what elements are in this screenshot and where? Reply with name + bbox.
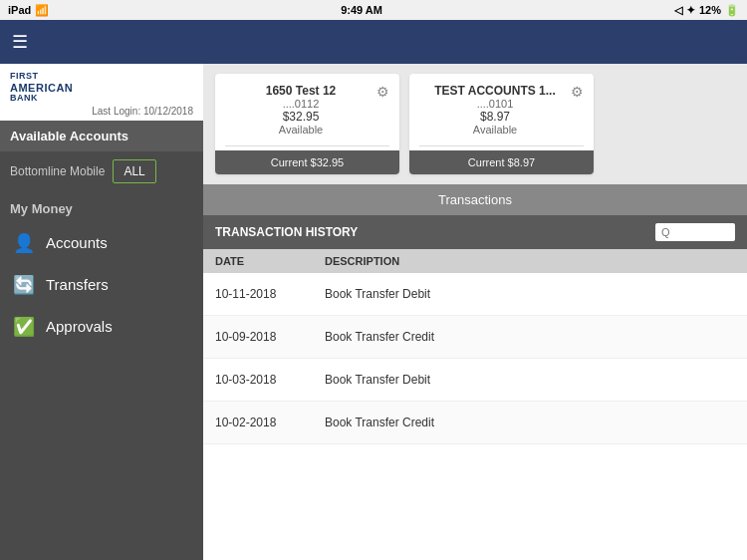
logo-line3: BANK: [10, 94, 73, 104]
transactions-tab-label: Transactions: [438, 192, 512, 207]
transaction-date: 10-03-2018: [215, 373, 305, 387]
transaction-description: Book Transfer Credit: [325, 330, 735, 344]
sidebar-item-transfers[interactable]: 🔄 Transfers: [0, 264, 203, 306]
account-card-2-header: TEST ACCOUNTS 1... ....0101 $8.97 Availa…: [409, 74, 594, 141]
account-1-number: ....0112: [225, 98, 376, 110]
table-row[interactable]: 10-03-2018 Book Transfer Debit: [203, 359, 747, 402]
account-card-1-info: 1650 Test 12 ....0112 $32.95 Available: [225, 84, 376, 136]
last-login: Last Login: 10/12/2018: [92, 106, 193, 117]
col-date-header: DATE: [215, 255, 305, 267]
col-desc-header: DESCRIPTION: [325, 255, 735, 267]
status-bar: iPad 📶 9:49 AM ◁ ✦ 12% 🔋: [0, 0, 747, 20]
transactions-tab: Transactions: [203, 184, 747, 215]
transaction-description: Book Transfer Debit: [325, 287, 735, 301]
battery-icon: 🔋: [725, 4, 739, 17]
transaction-date: 10-02-2018: [215, 416, 305, 429]
account-2-name: TEST ACCOUNTS 1...: [419, 84, 571, 98]
sidebar-item-accounts[interactable]: 👤 Accounts: [0, 222, 203, 264]
my-money-label: My Money: [10, 201, 73, 216]
status-right: ◁ ✦ 12% 🔋: [674, 4, 739, 17]
account-2-footer: Current $8.97: [409, 150, 594, 174]
my-money-header: My Money: [0, 191, 203, 222]
menu-icon[interactable]: ☰: [12, 31, 28, 53]
filter-row: Bottomline Mobile ALL: [0, 151, 203, 191]
logo-area: FIRST AMERICAN BANK Last Login: 10/12/20…: [0, 64, 203, 121]
logo-line1: FIRST: [10, 72, 73, 82]
account-1-balance: $32.95: [225, 110, 376, 124]
account-1-name: 1650 Test 12: [225, 84, 376, 98]
search-input[interactable]: [655, 223, 735, 241]
transfers-label: Transfers: [46, 276, 109, 293]
account-1-settings-icon[interactable]: ⚙: [376, 84, 389, 100]
account-2-balance: $8.97: [419, 110, 571, 124]
account-2-number: ....0101: [419, 98, 571, 110]
transfers-icon: 🔄: [12, 274, 36, 296]
table-header: DATE DESCRIPTION: [203, 249, 747, 273]
nav-bar: ☰: [0, 20, 747, 64]
all-filter-button[interactable]: ALL: [113, 159, 155, 183]
transaction-date: 10-11-2018: [215, 287, 305, 301]
wifi-icon: 📶: [35, 4, 49, 17]
table-row[interactable]: 10-11-2018 Book Transfer Debit: [203, 273, 747, 316]
approvals-icon: ✅: [12, 316, 36, 338]
device-label: iPad: [8, 4, 31, 16]
account-cards: 1650 Test 12 ....0112 $32.95 Available ⚙…: [203, 64, 747, 184]
account-1-divider: [225, 145, 389, 146]
table-row[interactable]: 10-02-2018 Book Transfer Credit: [203, 402, 747, 444]
bank-logo: FIRST AMERICAN BANK: [10, 72, 73, 104]
accounts-label: Accounts: [46, 234, 108, 251]
main-layout: FIRST AMERICAN BANK Last Login: 10/12/20…: [0, 64, 747, 560]
transaction-description: Book Transfer Credit: [325, 416, 735, 429]
sidebar-item-approvals[interactable]: ✅ Approvals: [0, 306, 203, 348]
account-2-settings-icon[interactable]: ⚙: [571, 84, 584, 100]
status-time: 9:49 AM: [341, 4, 382, 16]
status-left: iPad 📶: [8, 4, 49, 17]
account-1-avail: Available: [225, 124, 376, 136]
account-2-divider: [419, 145, 584, 146]
location-icon: ◁: [674, 4, 682, 17]
main-content: 1650 Test 12 ....0112 $32.95 Available ⚙…: [203, 64, 747, 560]
account-2-avail: Available: [419, 124, 571, 136]
account-card-1: 1650 Test 12 ....0112 $32.95 Available ⚙…: [215, 74, 399, 174]
table-row[interactable]: 10-09-2018 Book Transfer Credit: [203, 316, 747, 359]
account-card-1-header: 1650 Test 12 ....0112 $32.95 Available ⚙: [215, 74, 399, 141]
battery-label: 12%: [699, 4, 721, 16]
available-accounts-label: Available Accounts: [10, 129, 128, 143]
account-1-footer: Current $32.95: [215, 150, 399, 174]
transaction-history-label: TRANSACTION HISTORY: [215, 225, 358, 239]
transaction-date: 10-09-2018: [215, 330, 305, 344]
approvals-label: Approvals: [46, 318, 113, 335]
transaction-rows: 10-11-2018 Book Transfer Debit 10-09-201…: [203, 273, 747, 444]
transactions-panel: Transactions TRANSACTION HISTORY DATE DE…: [203, 184, 747, 560]
available-accounts-header: Available Accounts: [0, 121, 203, 151]
account-card-2: TEST ACCOUNTS 1... ....0101 $8.97 Availa…: [409, 74, 594, 174]
transaction-history-header: TRANSACTION HISTORY: [203, 215, 747, 249]
signal-icon: ✦: [686, 4, 695, 17]
accounts-icon: 👤: [12, 232, 36, 254]
transaction-description: Book Transfer Debit: [325, 373, 735, 387]
filter-label: Bottomline Mobile: [10, 164, 105, 178]
sidebar: FIRST AMERICAN BANK Last Login: 10/12/20…: [0, 64, 203, 560]
account-card-2-info: TEST ACCOUNTS 1... ....0101 $8.97 Availa…: [419, 84, 571, 136]
